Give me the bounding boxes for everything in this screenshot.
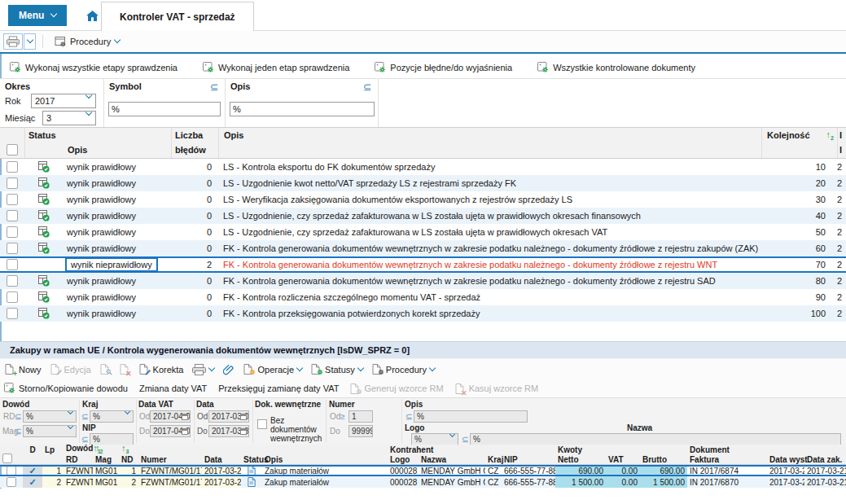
opis-filter-input[interactable] (230, 102, 375, 116)
symbol-filter-input[interactable] (108, 102, 221, 116)
podglad-button[interactable] (100, 364, 111, 375)
bez-dokumentow-checkbox[interactable] (257, 419, 267, 429)
check-row[interactable]: wynik prawidłowy 0 FK - Kontrola generow… (0, 273, 846, 289)
row-checkbox[interactable] (7, 243, 18, 254)
generuj-wzorce-button-disabled[interactable]: Generuj wzorce RM (350, 383, 443, 394)
row-checkbox[interactable] (7, 177, 18, 189)
check-row[interactable]: wynik prawidłowy 0 FK - Kontrola rozlicz… (0, 289, 846, 305)
usun-button[interactable]: ✕ (120, 364, 130, 375)
check-row[interactable]: wynik prawidłowy 0 LS - Kontrola eksport… (0, 159, 846, 175)
data-vat-od-input[interactable]: 2017-04-07 (150, 410, 191, 423)
row-checkbox[interactable] (7, 291, 18, 303)
tab-kontroler-vat[interactable]: Kontroler VAT - sprzedaż (101, 2, 254, 31)
przeksieguj-button[interactable]: Przeksięguj zamianę daty VAT (218, 383, 339, 393)
all-controlled-docs-button[interactable]: Wszystkie kontrolowane dokumenty (533, 61, 700, 74)
select-all-checkbox[interactable] (2, 454, 12, 463)
col-vat-header[interactable]: VAT (606, 455, 640, 464)
col-mag-header[interactable]: Mag (93, 455, 119, 464)
check-row[interactable]: wynik prawidłowy 0 FK - Kontrola przeksi… (0, 305, 846, 322)
storno-button[interactable]: Storno/Kopiowanie dowodu (4, 383, 128, 394)
numer-do-input[interactable]: 99999 (348, 425, 373, 437)
subset-operator-icon[interactable]: ⊆ (210, 81, 218, 93)
procedury-dropdown[interactable]: Procedury (50, 36, 125, 48)
sort-nd[interactable]: ↑3 (119, 444, 138, 454)
kasuj-wzorce-button-disabled[interactable]: ✕ Kasuj wzorce RM (455, 383, 539, 394)
edycja-button-disabled[interactable]: Edycja (50, 364, 91, 375)
data-vat-do-input[interactable]: 2017-04-07 (150, 425, 191, 437)
row-checkbox[interactable] (7, 275, 18, 287)
row-checkbox[interactable] (7, 467, 16, 475)
run-all-steps-button[interactable]: Wykonaj wszystkie etapy sprawdzenia (5, 61, 182, 74)
col-d-header[interactable]: D (23, 445, 42, 454)
rd-select[interactable]: % (23, 410, 77, 423)
detail-procedury-dropdown[interactable]: Procedury (372, 364, 435, 375)
focused-cell[interactable]: wynik nieprawidłowy (65, 257, 158, 272)
col-nd-header[interactable]: ND (119, 455, 138, 464)
status-column-header[interactable]: Status Opis (24, 128, 171, 158)
operacje-dropdown[interactable]: Operacje (243, 364, 302, 375)
data-do-input[interactable]: 2017-03-31 (208, 425, 249, 437)
mag-select[interactable]: % (23, 425, 77, 437)
logo-select[interactable]: % (411, 433, 458, 445)
korekta-button[interactable]: Korekta (139, 364, 184, 375)
check-row[interactable]: wynik prawidłowy 0 LS - Weryfikacja zaks… (0, 191, 846, 208)
miesiac-select[interactable]: 3 (42, 111, 96, 125)
row-checkbox[interactable] (7, 259, 18, 270)
row-checkbox[interactable] (7, 308, 18, 319)
nazwa-input[interactable]: % (470, 433, 841, 445)
col-numer-header[interactable]: Numer (138, 455, 202, 464)
col-data-header[interactable]: Data (202, 455, 241, 464)
sort-mag[interactable]: ↑2 (93, 444, 119, 454)
kraj-select[interactable]: % (90, 410, 134, 423)
liczba-bledow-column-header[interactable]: Liczba błędów (171, 128, 218, 158)
subset-operator-icon[interactable]: ⊆ (405, 412, 412, 421)
data-od-input[interactable]: 2017-03-01 (208, 410, 249, 423)
check-row[interactable]: wynik prawidłowy 0 LS - Uzgodnienie kwot… (0, 175, 846, 191)
detail-print-button[interactable] (192, 364, 214, 375)
check-row-selected[interactable]: wynik nieprawidłowy 2 FK - Kontrola gene… (0, 256, 846, 273)
check-row[interactable]: wynik prawidłowy 0 FK - Kontrola generow… (0, 240, 846, 256)
row-checkbox[interactable] (7, 210, 18, 221)
document-row[interactable]: ✓ 2 FZWNT MG01 2 FZWNT/MG01/17/03 2017-0… (0, 476, 846, 488)
menu-button[interactable]: Menu (8, 5, 67, 26)
statusy-dropdown[interactable]: Statusy (311, 364, 363, 375)
nowy-button[interactable]: + Nowy (5, 364, 42, 375)
kolejnosc-column-header[interactable]: Kolejność ↑2 (761, 128, 837, 158)
subset-operator-icon[interactable]: ⊆ (462, 435, 468, 444)
row-checkbox[interactable] (7, 161, 18, 173)
zmiana-daty-vat-button[interactable]: Zmiana daty VAT (139, 383, 207, 393)
check-row[interactable]: wynik prawidłowy 0 LS - Uzgodnienie, czy… (0, 224, 846, 240)
subset-operator-icon[interactable]: ⊆ (15, 412, 21, 421)
col-nazwa-header[interactable]: Nazwa (419, 455, 485, 464)
document-row-selected[interactable]: ✓ 1 FZWNT MG01 1 FZWNT/MG01/17/03 2017-0… (0, 465, 846, 476)
subset-operator-icon[interactable]: ⊆ (81, 435, 88, 444)
col-status-header[interactable]: Status (241, 455, 262, 464)
subset-operator-icon[interactable]: ⊆ (363, 81, 371, 93)
rok-select[interactable]: 2017 (31, 94, 96, 108)
error-items-button[interactable]: Pozycje błędne/do wyjaśnienia (370, 61, 517, 74)
col-brutto-header[interactable]: Brutto (640, 455, 687, 464)
col-rd-header[interactable]: RD (64, 455, 93, 464)
detail-opis-input[interactable]: % (414, 410, 528, 423)
print-button[interactable] (3, 33, 23, 50)
col-lp-header[interactable]: Lp (42, 445, 64, 454)
attachment-button[interactable] (223, 364, 235, 375)
calendar-icon[interactable] (240, 428, 247, 435)
calendar-icon[interactable] (182, 428, 188, 435)
sort-ascending-icon[interactable]: ↑2 (826, 130, 834, 141)
row-checkbox[interactable] (7, 194, 18, 205)
col-faktura-header[interactable]: Faktura (687, 455, 767, 464)
col-logo-header[interactable]: Logo (388, 455, 419, 464)
print-dropdown-button[interactable] (24, 33, 36, 50)
gte-operator-icon[interactable]: ≥ (340, 412, 345, 421)
select-all-checkbox[interactable] (7, 144, 18, 156)
row-checkbox[interactable] (7, 477, 16, 487)
calendar-icon[interactable] (240, 414, 247, 420)
opis-column-header[interactable]: Opis (218, 128, 761, 158)
check-row[interactable]: wynik prawidłowy 0 LS - Uzgodnienie, czy… (0, 208, 846, 224)
col-data-wyst-header[interactable]: Data wyst. (767, 455, 804, 464)
calendar-icon[interactable] (182, 414, 188, 420)
numer-od-input[interactable]: 1 (348, 410, 373, 423)
group-dowod-header[interactable]: Dowód↑1 (64, 444, 93, 454)
col-opis-header[interactable]: Opis (262, 455, 388, 464)
